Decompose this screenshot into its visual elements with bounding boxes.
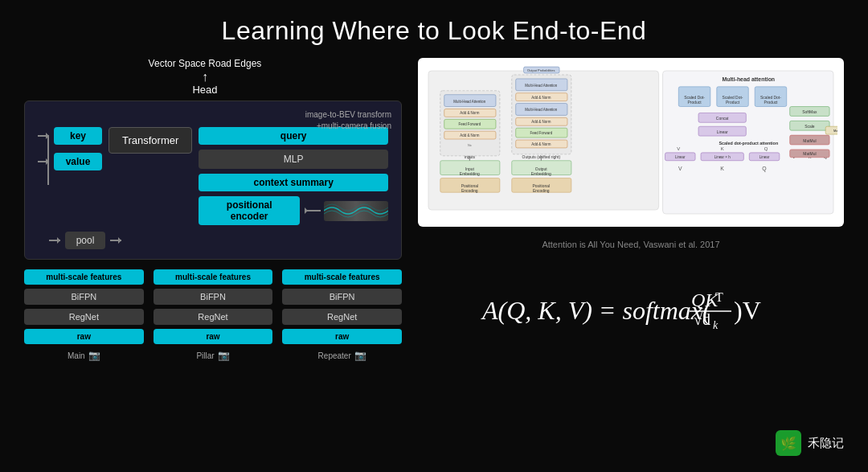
svg-text:)V: )V: [734, 296, 761, 325]
svg-text:Concat: Concat: [716, 117, 729, 121]
svg-text:Scaled Dot-: Scaled Dot-: [760, 96, 781, 100]
watermark-text: 禾隐记: [808, 436, 844, 451]
context-summary-button: context summary: [199, 174, 388, 191]
main-regnet: RegNet: [24, 309, 144, 325]
right-stack: query MLP context summary positional enc…: [199, 127, 388, 225]
svg-text:Multi-Head Attention: Multi-Head Attention: [525, 84, 557, 88]
svg-text:A(Q, K, V) = softmax(: A(Q, K, V) = softmax(: [481, 296, 713, 325]
transformer-block: Transformer: [108, 127, 192, 154]
value-button: value: [54, 153, 102, 170]
svg-text:Output Probabilities: Output Probabilities: [527, 68, 555, 72]
arrow-up-icon: ↑: [8, 71, 402, 84]
repeater-camera-icon: 📷: [354, 350, 366, 361]
pool-block: pool: [65, 232, 105, 249]
svg-text:K: K: [720, 166, 724, 171]
svg-text:V: V: [678, 166, 682, 171]
camera-section: multi-scale features BiFPN RegNet raw Ma…: [24, 269, 402, 361]
attention-caption: Attention is All You Need, Vaswani et al…: [418, 240, 844, 249]
camera-col-pillar: multi-scale features BiFPN RegNet raw Pi…: [154, 269, 273, 361]
svg-text:Output: Output: [535, 167, 547, 171]
repeater-bifpn: BiFPN: [282, 289, 402, 305]
formula-display: A(Q, K, V) = softmax( QK T √d k )V: [478, 281, 784, 340]
repeater-camera-label: Repeater 📷: [282, 350, 402, 361]
svg-text:Q: Q: [762, 166, 767, 172]
main-bifpn: BiFPN: [24, 289, 144, 305]
pillar-bifpn: BiFPN: [154, 289, 273, 305]
watermark: 🌿 禾隐记: [776, 430, 844, 456]
repeater-raw: raw: [282, 329, 402, 344]
svg-text:SoftMax: SoftMax: [802, 110, 817, 114]
svg-text:Linear: Linear: [717, 130, 728, 134]
svg-text:Add & Norm: Add & Norm: [531, 96, 551, 100]
svg-text:k: k: [713, 319, 719, 331]
svg-text:Embedding: Embedding: [460, 172, 480, 176]
attention-diagram: Positional Encoding Input Embedding Inpu…: [418, 58, 844, 227]
pillar-camera-icon: 📷: [218, 350, 230, 361]
svg-text:√d: √d: [694, 310, 710, 328]
svg-text:Scaled Dot-: Scaled Dot-: [684, 96, 705, 100]
svg-text:Add & Norm: Add & Norm: [460, 111, 479, 115]
architecture-diagram: image-to-BEV transform+multi-camera fusi…: [24, 101, 402, 260]
svg-text:Positional: Positional: [533, 184, 550, 188]
positional-encoder-button: positional encoder: [199, 196, 300, 225]
camera-col-repeater: multi-scale features BiFPN RegNet raw Re…: [282, 269, 402, 361]
formula-area: A(Q, K, V) = softmax( QK T √d k )V: [418, 259, 844, 361]
svg-text:Multi-head attention: Multi-head attention: [722, 76, 775, 82]
svg-text:Feed Forward: Feed Forward: [459, 122, 481, 126]
key-button: key: [54, 127, 102, 145]
svg-text:Nx: Nx: [468, 143, 472, 147]
svg-text:Encoding: Encoding: [461, 189, 478, 193]
svg-text:T: T: [715, 290, 723, 304]
svg-text:Product: Product: [726, 101, 740, 105]
main-camera-label: Main 📷: [24, 350, 144, 361]
main-raw: raw: [24, 329, 144, 344]
svg-text:Scaled Dot-: Scaled Dot-: [723, 96, 743, 100]
main-feature: multi-scale features: [24, 269, 144, 285]
pillar-camera-label: Pillar 📷: [154, 350, 273, 361]
mlp-block: MLP: [199, 150, 388, 169]
svg-text:Q: Q: [764, 146, 768, 151]
repeater-feature: multi-scale features: [282, 269, 402, 285]
svg-text:Linear × h: Linear × h: [714, 155, 731, 159]
svg-text:Linear: Linear: [675, 155, 686, 159]
svg-text:V: V: [677, 146, 680, 151]
svg-text:Multi-Head Attention: Multi-Head Attention: [453, 100, 485, 104]
head-label: Vector Space Road Edges: [8, 58, 402, 69]
left-panel: Vector Space Road Edges ↑ Head image-to-…: [24, 58, 402, 361]
wave-visualization: [324, 201, 388, 221]
svg-text:Add & Norm: Add & Norm: [531, 142, 551, 146]
pillar-raw: raw: [154, 329, 273, 344]
svg-text:Add & Norm: Add & Norm: [460, 133, 479, 137]
svg-text:Product: Product: [764, 101, 778, 105]
pillar-feature: multi-scale features: [154, 269, 273, 285]
svg-text:Product: Product: [688, 101, 702, 105]
watermark-icon: 🌿: [776, 430, 801, 456]
pillar-regnet: RegNet: [154, 309, 273, 325]
svg-text:Linear: Linear: [760, 155, 770, 159]
main-camera-icon: 📷: [88, 350, 100, 361]
svg-text:Mask (opt.): Mask (opt.): [833, 129, 837, 133]
right-panel: Positional Encoding Input Embedding Inpu…: [418, 58, 844, 361]
svg-text:Add & Norm: Add & Norm: [531, 120, 551, 124]
svg-text:Scaled dot-product attention: Scaled dot-product attention: [719, 141, 778, 146]
svg-text:Positional: Positional: [461, 184, 478, 188]
svg-text:MatMul: MatMul: [803, 139, 816, 143]
svg-text:Multi-Head Attention: Multi-Head Attention: [525, 108, 557, 112]
content-area: Vector Space Road Edges ↑ Head image-to-…: [0, 50, 868, 361]
svg-text:Input: Input: [465, 167, 475, 171]
repeater-regnet: RegNet: [282, 309, 402, 325]
svg-text:Encoding: Encoding: [533, 189, 550, 193]
image-bev-label: image-to-BEV transform+multi-camera fusi…: [305, 109, 391, 132]
head-text: Head: [8, 84, 402, 96]
svg-text:Feed Forward: Feed Forward: [530, 131, 552, 135]
svg-text:K: K: [721, 146, 724, 151]
camera-col-main: multi-scale features BiFPN RegNet raw Ma…: [24, 269, 144, 361]
svg-text:MatMul: MatMul: [803, 152, 816, 156]
svg-text:Embedding: Embedding: [531, 172, 551, 176]
svg-text:Scale: Scale: [805, 125, 815, 129]
page-title: Learning Where to Look End-to-End: [0, 0, 868, 46]
